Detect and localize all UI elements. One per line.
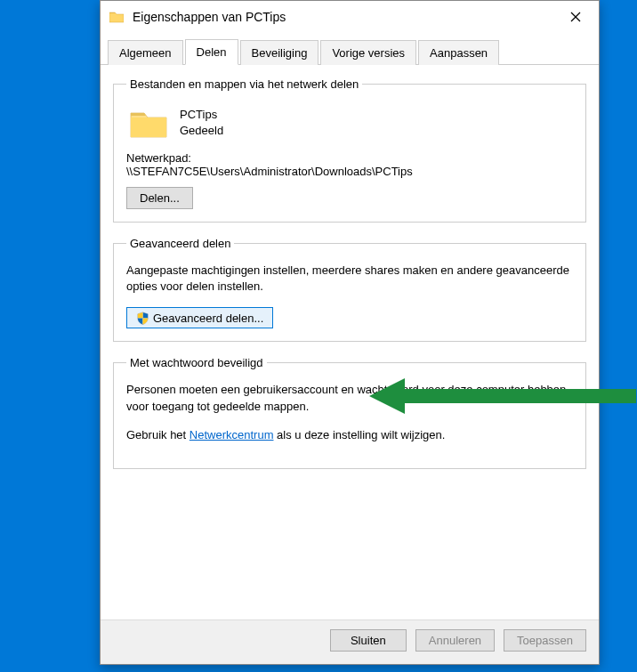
advanced-sharing-button[interactable]: Geavanceerd delen... bbox=[126, 307, 273, 328]
uac-shield-icon bbox=[136, 312, 149, 325]
password-desc-1: Personen moeten een gebruikersaccount en… bbox=[126, 382, 573, 414]
network-center-link[interactable]: Netwerkcentrum bbox=[189, 428, 274, 441]
titlebar: Eigenschappen van PCTips bbox=[101, 1, 599, 33]
network-path-label: Netwerkpad: bbox=[126, 151, 573, 165]
dialog-footer: Sluiten Annuleren Toepassen bbox=[101, 619, 599, 664]
group-network-sharing: Bestanden en mappen via het netwerk dele… bbox=[113, 77, 586, 223]
share-info: PCTips Gedeeld bbox=[180, 107, 223, 138]
password-desc-2: Gebruik het Netwerkcentrum als u deze in… bbox=[126, 427, 573, 443]
tab-strip: Algemeen Delen Beveiliging Vorige versie… bbox=[101, 33, 599, 65]
folder-icon bbox=[109, 11, 124, 23]
tab-sharing[interactable]: Delen bbox=[185, 39, 238, 65]
group-network-sharing-legend: Bestanden en mappen via het netwerk dele… bbox=[126, 77, 362, 91]
cancel-button[interactable]: Annuleren bbox=[415, 629, 495, 652]
close-dialog-button[interactable]: Sluiten bbox=[330, 629, 407, 652]
window-title: Eigenschappen van PCTips bbox=[133, 10, 558, 24]
group-advanced-sharing: Geavanceerd delen Aangepaste machtiginge… bbox=[113, 237, 586, 342]
advanced-sharing-button-label: Geavanceerd delen... bbox=[153, 312, 263, 325]
group-password-protected: Met wachtwoord beveiligd Personen moeten… bbox=[113, 356, 586, 469]
password-desc-2-pre: Gebruik het bbox=[126, 428, 189, 441]
properties-window: Eigenschappen van PCTips Algemeen Delen … bbox=[100, 0, 600, 665]
big-folder-icon bbox=[130, 107, 167, 139]
tab-security[interactable]: Beveiliging bbox=[240, 40, 319, 65]
shared-folder-name: PCTips bbox=[180, 107, 223, 123]
close-button[interactable] bbox=[558, 4, 593, 29]
tab-content: Bestanden en mappen via het netwerk dele… bbox=[101, 65, 599, 619]
apply-button[interactable]: Toepassen bbox=[504, 629, 586, 652]
tab-customize[interactable]: Aanpassen bbox=[418, 40, 499, 65]
password-desc-2-post: als u deze instelling wilt wijzigen. bbox=[273, 428, 445, 441]
shared-status: Gedeeld bbox=[180, 123, 223, 139]
group-password-protected-legend: Met wachtwoord beveiligd bbox=[126, 356, 267, 369]
tab-general[interactable]: Algemeen bbox=[108, 40, 183, 65]
network-path: \\STEFAN7C5E\Users\Administrator\Downloa… bbox=[126, 165, 573, 178]
share-button[interactable]: Delen... bbox=[126, 187, 193, 209]
tab-previous-versions[interactable]: Vorige versies bbox=[320, 40, 416, 65]
group-advanced-sharing-legend: Geavanceerd delen bbox=[126, 237, 234, 250]
advanced-sharing-desc: Aangepaste machtigingen instellen, meerd… bbox=[126, 263, 573, 295]
